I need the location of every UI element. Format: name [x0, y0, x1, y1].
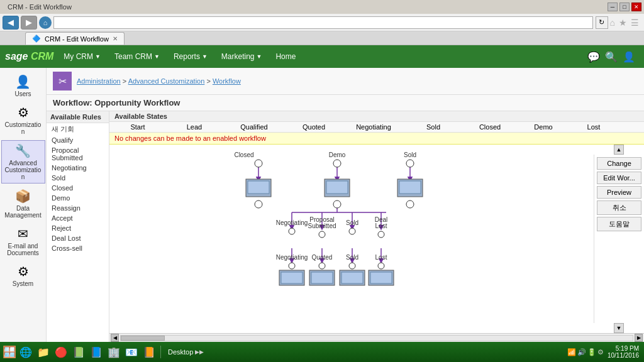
- address-bar[interactable]: http://x3.dandykorea.com:8082/crm/eware.…: [53, 16, 593, 29]
- state-closed: Closed: [462, 122, 518, 132]
- available-rules-header: Available Rules: [47, 111, 109, 123]
- change-button[interactable]: Change: [597, 157, 641, 170]
- tray-icon-3: 🔋: [587, 348, 596, 356]
- taskbar-desktop-label[interactable]: Desktop ▶▶: [164, 348, 208, 356]
- state-sold: Sold: [405, 122, 462, 132]
- taskbar-clock: 5:19 PM 10/11/2016: [608, 345, 641, 359]
- advanced-customization-icon: 🔧: [15, 143, 31, 158]
- sidebar-item-email[interactable]: ✉ E-mail and Documents: [1, 224, 45, 259]
- hscroll-left[interactable]: ◀: [111, 334, 119, 342]
- search-icon[interactable]: 🔍: [605, 51, 618, 63]
- rule-item-11[interactable]: Cross-sell: [47, 243, 109, 253]
- taskbar-app1[interactable]: 🔴: [53, 344, 69, 360]
- system-label: System: [13, 280, 33, 287]
- advanced-label: Advanced Customization: [4, 160, 42, 180]
- users-icon: 👤: [15, 74, 31, 89]
- warning-bar: No changes can be made to an enabled wor…: [109, 133, 644, 145]
- close-button[interactable]: ✕: [631, 3, 641, 11]
- rule-item-10[interactable]: Deal Lost: [47, 233, 109, 243]
- rule-item-9[interactable]: Reject: [47, 223, 109, 233]
- rule-item-5[interactable]: Closed: [47, 183, 109, 193]
- hscroll-thumb[interactable]: [121, 336, 165, 341]
- refresh-button[interactable]: ↻: [596, 16, 608, 29]
- taskbar-office[interactable]: 🏢: [106, 344, 122, 360]
- teamcrm-chevron: ▼: [154, 53, 160, 60]
- menu-icon: ☰: [631, 18, 639, 28]
- rule-item-8[interactable]: Accept: [47, 213, 109, 223]
- system-icon: ⚙: [18, 264, 29, 279]
- svg-point-43: [319, 263, 325, 269]
- forward-button[interactable]: ▶: [21, 16, 37, 30]
- nav-item-mycrm[interactable]: My CRM ▼: [57, 50, 107, 63]
- svg-point-14: [255, 160, 262, 167]
- chat-icon[interactable]: 💬: [587, 51, 600, 63]
- state-start: Start: [109, 122, 166, 132]
- state-negotiating: Negotiating: [342, 122, 405, 132]
- sidebar-item-advanced[interactable]: 🔧 Advanced Customization: [1, 140, 45, 184]
- taskbar-explorer[interactable]: 📁: [35, 344, 52, 360]
- edit-workflow-button[interactable]: Edit Wor...: [597, 172, 641, 184]
- breadcrumb-workflow[interactable]: Workflow: [213, 77, 241, 85]
- tab-label: CRM - Edit Workflow: [45, 35, 109, 43]
- svg-rect-45: [311, 272, 333, 283]
- taskbar-word[interactable]: 📘: [88, 344, 104, 360]
- svg-point-51: [378, 263, 384, 269]
- nav-item-reports[interactable]: Reports ▼: [167, 50, 214, 63]
- nav-item-home[interactable]: Home: [269, 50, 302, 63]
- state-lead: Lead: [166, 122, 223, 132]
- marketing-chevron: ▼: [257, 53, 262, 60]
- state-quoted: Quoted: [286, 122, 342, 132]
- nav-item-marketing[interactable]: Marketing ▼: [215, 50, 269, 63]
- rule-item-2[interactable]: Propocal Submitted: [47, 145, 109, 163]
- help-button[interactable]: 도움말: [597, 217, 641, 231]
- svg-text:Sold: Sold: [346, 219, 358, 226]
- taskbar-ie[interactable]: 🌐: [18, 344, 34, 360]
- state-qualified: Qualified: [223, 122, 286, 132]
- workflow-title: Workflow: Opportunity Workflow: [47, 95, 644, 111]
- sidebar-item-system[interactable]: ⚙ System: [1, 261, 45, 290]
- mycrm-chevron: ▼: [95, 53, 101, 60]
- taskbar-app2[interactable]: 📙: [141, 344, 157, 360]
- diagram-scroll-down[interactable]: ▼: [614, 323, 624, 333]
- restore-button[interactable]: □: [619, 3, 630, 11]
- svg-text:Negotiating: Negotiating: [276, 219, 308, 226]
- state-demo: Demo: [518, 122, 569, 132]
- sidebar-item-customization[interactable]: ⚙ Customization: [1, 102, 45, 138]
- available-states-section: Available States: [109, 111, 644, 122]
- taskbar-start[interactable]: 🪟: [3, 345, 16, 359]
- rule-item-6[interactable]: Demo: [47, 193, 109, 203]
- breadcrumb-admin[interactable]: Administration: [77, 77, 121, 85]
- rule-item-1[interactable]: Qualify: [47, 135, 109, 145]
- browser-tab[interactable]: 🔷 CRM - Edit Workflow ✕: [25, 32, 125, 45]
- svg-text:Closed: Closed: [234, 151, 253, 158]
- workflow-diagram: Closed Demo: [109, 145, 594, 321]
- user-icon[interactable]: 👤: [623, 51, 635, 63]
- rule-item-3[interactable]: Negotiating: [47, 163, 109, 173]
- svg-text:Lost: Lost: [375, 254, 387, 261]
- svg-point-17: [255, 200, 262, 208]
- nav-item-teamcrm[interactable]: Team CRM ▼: [108, 50, 166, 63]
- hscroll-right[interactable]: ▶: [635, 334, 643, 342]
- rule-item-4[interactable]: Sold: [47, 173, 109, 183]
- email-icon: ✉: [18, 226, 28, 241]
- sidebar-item-data[interactable]: 📦 Data Management: [1, 186, 45, 221]
- svg-text:Demo: Demo: [329, 151, 346, 158]
- svg-text:Quoted: Quoted: [312, 254, 333, 261]
- svg-rect-53: [370, 272, 392, 283]
- tray-icon-4: ⚙: [597, 348, 604, 356]
- svg-text:Negotiating: Negotiating: [276, 254, 308, 261]
- diagram-scroll-up[interactable]: ▲: [614, 145, 624, 155]
- minimize-button[interactable]: ─: [608, 3, 618, 11]
- back-button[interactable]: ◀: [3, 16, 19, 30]
- email-label: E-mail and Documents: [4, 243, 43, 256]
- breadcrumb-advanced[interactable]: Advanced Customization: [128, 77, 205, 85]
- rule-item-0[interactable]: 새 기회: [47, 123, 109, 135]
- cancel-button[interactable]: 취소: [597, 200, 641, 215]
- taskbar-excel[interactable]: 📗: [70, 344, 87, 360]
- preview-button[interactable]: Preview: [597, 186, 641, 199]
- rule-item-7[interactable]: Reassign: [47, 203, 109, 213]
- taskbar-outlook[interactable]: 📧: [123, 344, 140, 360]
- tab-close-icon[interactable]: ✕: [113, 35, 118, 42]
- svg-rect-41: [281, 272, 303, 283]
- sidebar-item-users[interactable]: 👤 Users: [1, 72, 45, 100]
